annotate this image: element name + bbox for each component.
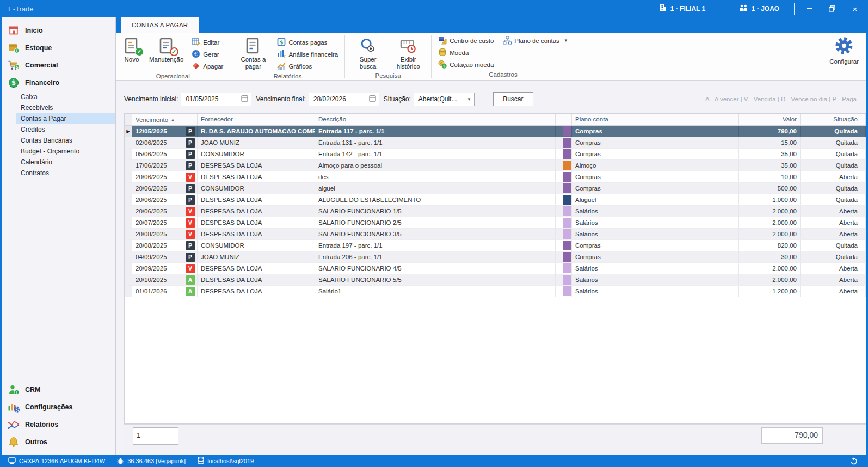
payables-grid: Vencimento▲ Fornecedor Descrição Plano c… bbox=[124, 113, 866, 424]
configurar-label: Configurar bbox=[829, 58, 859, 65]
sidebar-item-financeiro[interactable]: $Financeiro bbox=[2, 74, 115, 91]
editar-button[interactable]: Editar bbox=[188, 36, 226, 48]
sidebar-item-contas-bancarias[interactable]: Contas Bancárias bbox=[16, 135, 115, 146]
analise-financeira-button[interactable]: Σ Análise financeira bbox=[274, 48, 341, 60]
filial-button[interactable]: 1 - FILIAL 1 bbox=[647, 3, 717, 15]
tab-contas-a-pagar[interactable]: CONTAS A PAGAR bbox=[121, 17, 199, 33]
terminal-id: CRXPA-12366-APUGM-KED4W bbox=[19, 458, 105, 464]
sidebar-item-recebiveis[interactable]: Recebíveis bbox=[16, 102, 115, 113]
maintenance-document-icon: ✓ bbox=[158, 37, 175, 54]
valor-cell: 1.000,00 bbox=[739, 194, 801, 205]
vencimento-cell: 04/09/2025 bbox=[132, 251, 183, 262]
manutencao-button[interactable]: ✓ Manutenção bbox=[145, 35, 187, 64]
minimize-button[interactable] bbox=[801, 2, 817, 15]
venc-final-input[interactable]: 28/02/2026 bbox=[309, 93, 379, 106]
plano-color-cell bbox=[562, 206, 572, 217]
version-status: 36.36.463 [Vegapunk] bbox=[117, 457, 186, 465]
column-header-plano-conta[interactable]: Plano conta bbox=[572, 114, 739, 125]
close-button[interactable]: × bbox=[847, 2, 863, 15]
badge-cell: P bbox=[183, 251, 198, 262]
table-row[interactable]: 17/06/2025PDESPESAS DA LOJAAlmoço para o… bbox=[125, 160, 866, 171]
contas-a-pagar-button[interactable]: Contas a pagar bbox=[233, 35, 273, 71]
plano-color-swatch bbox=[563, 229, 571, 239]
column-header-valor[interactable]: Valor bbox=[739, 114, 801, 125]
table-row[interactable]: ▶12/05/2025PR. DA S. ARAUJO AUTOMACAO CO… bbox=[125, 126, 866, 137]
status-badge: V bbox=[186, 207, 195, 216]
column-header-descricao[interactable]: Descrição bbox=[315, 114, 556, 125]
table-row[interactable]: 04/09/2025PJOAO MUNIZEntrada 206 - parc.… bbox=[125, 251, 866, 263]
table-row[interactable]: 05/06/2025PCONSUMIDOREntrada 142 - parc.… bbox=[125, 149, 866, 160]
plano-conta-cell: Salários bbox=[572, 206, 739, 217]
gerar-button[interactable]: € Gerar bbox=[188, 48, 226, 60]
chevron-down-icon: ▼ bbox=[564, 38, 568, 43]
table-row[interactable]: 20/09/2025VDESPESAS DA LOJASALARIO FUNCI… bbox=[125, 263, 866, 274]
fornecedor-cell: DESPESAS DA LOJA bbox=[198, 171, 315, 182]
sidebar-item-caixa[interactable]: Caixa bbox=[16, 91, 115, 102]
moeda-button[interactable]: Moeda bbox=[435, 47, 472, 58]
table-row[interactable]: 20/07/2025VDESPESAS DA LOJASALARIO FUNCI… bbox=[125, 217, 866, 229]
vencimento-cell: 01/01/2026 bbox=[132, 286, 183, 297]
plano-conta-cell: Compras bbox=[572, 251, 739, 262]
table-row[interactable]: 20/06/2025VDESPESAS DA LOJASALARIO FUNCI… bbox=[125, 206, 866, 217]
table-row[interactable]: 28/08/2025PCONSUMIDOREntrada 197 - parc.… bbox=[125, 240, 866, 251]
plano-de-contas-button[interactable]: Plano de contas ▼ bbox=[500, 35, 571, 46]
column-header-situacao[interactable]: Situação bbox=[801, 114, 866, 125]
euro-icon: € bbox=[192, 50, 200, 59]
power-button[interactable] bbox=[850, 457, 858, 466]
sidebar-item-creditos[interactable]: Créditos bbox=[16, 124, 115, 135]
row-indicator-cell bbox=[125, 251, 132, 262]
fornecedor-cell: CONSUMIDOR bbox=[198, 149, 315, 159]
buscar-button[interactable]: Buscar bbox=[493, 92, 533, 106]
table-row[interactable]: 20/10/2025ADESPESAS DA LOJASALARIO FUNCI… bbox=[125, 274, 866, 286]
svg-text:$: $ bbox=[443, 64, 445, 69]
contas-pagas-button[interactable]: $ Contas pagas bbox=[274, 36, 341, 48]
table-row[interactable]: 20/06/2025PCONSUMIDORalguelCompras500,00… bbox=[125, 183, 866, 194]
column-header-vencimento[interactable]: Vencimento▲ bbox=[132, 114, 183, 125]
sidebar-item-outros[interactable]: Outros bbox=[2, 433, 115, 451]
plano-conta-cell: Salários bbox=[572, 217, 739, 228]
situacao-cell: Quitada bbox=[801, 183, 866, 194]
super-busca-button[interactable]: Super busca bbox=[348, 35, 387, 71]
plano-color-swatch bbox=[563, 183, 571, 193]
column-header-badge[interactable] bbox=[183, 114, 198, 125]
row-indicator-cell bbox=[125, 149, 132, 159]
column-header-fornecedor[interactable]: Fornecedor bbox=[198, 114, 315, 125]
sidebar-item-budget-orcamento[interactable]: Budget - Orçamento bbox=[16, 146, 115, 157]
sidebar-item-comercial[interactable]: $Comercial bbox=[2, 57, 115, 74]
sidebar-item-calendario[interactable]: Calendário bbox=[16, 157, 115, 168]
plano-conta-cell: Salários bbox=[572, 263, 739, 274]
situacao-combo[interactable]: Aberta;Quit... ▼ bbox=[414, 93, 475, 106]
table-row[interactable]: 20/06/2025PDESPESAS DA LOJAALUGUEL DO ES… bbox=[125, 194, 866, 206]
sidebar-item-inicio[interactable]: Inicio bbox=[2, 22, 115, 39]
table-row[interactable]: 20/08/2025VDESPESAS DA LOJASALARIO FUNCI… bbox=[125, 229, 866, 240]
configurar-button[interactable]: Configurar bbox=[829, 36, 859, 65]
novo-button[interactable]: ✓ Novo bbox=[119, 35, 144, 64]
cotacao-moeda-button[interactable]: €$ Cotação moeda bbox=[435, 59, 497, 70]
descricao-cell: SALARIO FUNCIONARIO 3/5 bbox=[315, 229, 556, 239]
payables-document-icon bbox=[245, 37, 261, 54]
venc-inicial-input[interactable]: 01/05/2025 bbox=[181, 93, 251, 106]
sidebar-item-crm[interactable]: +CRM bbox=[2, 381, 115, 398]
centro-de-custo-button[interactable]: Centro de custo bbox=[435, 35, 497, 46]
sidebar-item-relatorios[interactable]: Relatórios bbox=[2, 416, 115, 433]
apagar-button[interactable]: Apagar bbox=[188, 60, 226, 72]
valor-cell: 2.000,00 bbox=[739, 217, 801, 228]
graficos-button[interactable]: Gráficos bbox=[274, 60, 341, 72]
plano-de-contas-label: Plano de contas bbox=[514, 38, 559, 44]
table-row[interactable]: 02/06/2025PJOAO MUNIZEntrada 131 - parc.… bbox=[125, 137, 866, 149]
ribbon-group-relatorios: Contas a pagar $ Contas pagas Σ Análise … bbox=[230, 33, 344, 80]
table-row[interactable]: 20/06/2025VDESPESAS DA LOJAdesCompras10,… bbox=[125, 171, 866, 183]
situacao-cell: Aberta bbox=[801, 229, 866, 239]
sidebar-item-contas-a-pagar[interactable]: Contas a Pagar bbox=[16, 113, 115, 124]
exibir-historico-button[interactable]: Exibir histórico bbox=[389, 35, 428, 71]
situacao-cell: Quitada bbox=[801, 149, 866, 159]
sidebar-item-contratos[interactable]: Contratos bbox=[16, 168, 115, 179]
settings-chart-icon bbox=[7, 402, 20, 413]
sidebar-item-configuracoes[interactable]: Configurações bbox=[2, 398, 115, 416]
restore-button[interactable] bbox=[824, 2, 840, 15]
user-button[interactable]: 1 - JOAO bbox=[724, 3, 795, 15]
situacao-cell: Aberta bbox=[801, 263, 866, 274]
record-count-box[interactable]: 1 bbox=[133, 427, 178, 445]
sidebar-item-estoque[interactable]: +Estoque bbox=[2, 39, 115, 57]
table-row[interactable]: 01/01/2026ADESPESAS DA LOJASalário1Salár… bbox=[125, 286, 866, 297]
